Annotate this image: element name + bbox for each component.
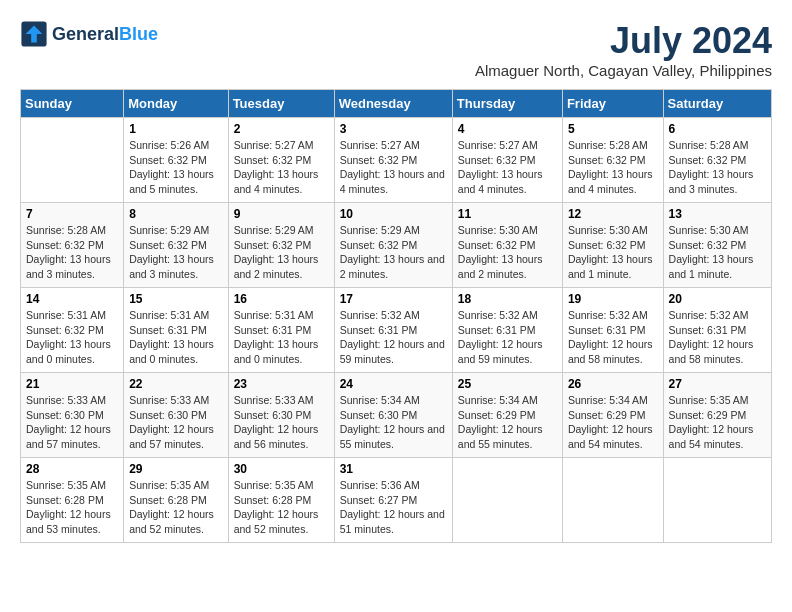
day-number: 3 xyxy=(340,122,447,136)
calendar-cell: 23Sunrise: 5:33 AMSunset: 6:30 PMDayligh… xyxy=(228,373,334,458)
day-detail: Sunrise: 5:35 AMSunset: 6:29 PMDaylight:… xyxy=(669,393,766,452)
calendar-cell xyxy=(452,458,562,543)
weekday-header-thursday: Thursday xyxy=(452,90,562,118)
weekday-header-sunday: Sunday xyxy=(21,90,124,118)
calendar-cell: 22Sunrise: 5:33 AMSunset: 6:30 PMDayligh… xyxy=(124,373,228,458)
day-number: 25 xyxy=(458,377,557,391)
calendar-cell: 5Sunrise: 5:28 AMSunset: 6:32 PMDaylight… xyxy=(562,118,663,203)
day-detail: Sunrise: 5:32 AMSunset: 6:31 PMDaylight:… xyxy=(568,308,658,367)
day-number: 18 xyxy=(458,292,557,306)
calendar-week-row: 1Sunrise: 5:26 AMSunset: 6:32 PMDaylight… xyxy=(21,118,772,203)
title-section: July 2024 Almaguer North, Cagayan Valley… xyxy=(475,20,772,79)
day-detail: Sunrise: 5:34 AMSunset: 6:29 PMDaylight:… xyxy=(458,393,557,452)
day-detail: Sunrise: 5:33 AMSunset: 6:30 PMDaylight:… xyxy=(129,393,222,452)
day-detail: Sunrise: 5:32 AMSunset: 6:31 PMDaylight:… xyxy=(340,308,447,367)
calendar-week-row: 21Sunrise: 5:33 AMSunset: 6:30 PMDayligh… xyxy=(21,373,772,458)
day-detail: Sunrise: 5:31 AMSunset: 6:32 PMDaylight:… xyxy=(26,308,118,367)
day-detail: Sunrise: 5:30 AMSunset: 6:32 PMDaylight:… xyxy=(669,223,766,282)
day-detail: Sunrise: 5:34 AMSunset: 6:30 PMDaylight:… xyxy=(340,393,447,452)
day-detail: Sunrise: 5:31 AMSunset: 6:31 PMDaylight:… xyxy=(129,308,222,367)
day-detail: Sunrise: 5:29 AMSunset: 6:32 PMDaylight:… xyxy=(129,223,222,282)
calendar-cell xyxy=(562,458,663,543)
day-number: 6 xyxy=(669,122,766,136)
calendar-cell: 14Sunrise: 5:31 AMSunset: 6:32 PMDayligh… xyxy=(21,288,124,373)
calendar-cell: 9Sunrise: 5:29 AMSunset: 6:32 PMDaylight… xyxy=(228,203,334,288)
day-number: 19 xyxy=(568,292,658,306)
calendar-cell: 29Sunrise: 5:35 AMSunset: 6:28 PMDayligh… xyxy=(124,458,228,543)
calendar-cell: 19Sunrise: 5:32 AMSunset: 6:31 PMDayligh… xyxy=(562,288,663,373)
calendar-cell: 20Sunrise: 5:32 AMSunset: 6:31 PMDayligh… xyxy=(663,288,771,373)
day-number: 14 xyxy=(26,292,118,306)
day-detail: Sunrise: 5:30 AMSunset: 6:32 PMDaylight:… xyxy=(458,223,557,282)
day-detail: Sunrise: 5:27 AMSunset: 6:32 PMDaylight:… xyxy=(234,138,329,197)
calendar-cell: 28Sunrise: 5:35 AMSunset: 6:28 PMDayligh… xyxy=(21,458,124,543)
day-number: 12 xyxy=(568,207,658,221)
calendar-cell: 8Sunrise: 5:29 AMSunset: 6:32 PMDaylight… xyxy=(124,203,228,288)
calendar-table: SundayMondayTuesdayWednesdayThursdayFrid… xyxy=(20,89,772,543)
day-number: 13 xyxy=(669,207,766,221)
weekday-header-tuesday: Tuesday xyxy=(228,90,334,118)
day-detail: Sunrise: 5:35 AMSunset: 6:28 PMDaylight:… xyxy=(129,478,222,537)
calendar-week-row: 7Sunrise: 5:28 AMSunset: 6:32 PMDaylight… xyxy=(21,203,772,288)
day-number: 11 xyxy=(458,207,557,221)
month-year-title: July 2024 xyxy=(475,20,772,62)
day-number: 24 xyxy=(340,377,447,391)
day-number: 28 xyxy=(26,462,118,476)
calendar-cell: 11Sunrise: 5:30 AMSunset: 6:32 PMDayligh… xyxy=(452,203,562,288)
day-detail: Sunrise: 5:27 AMSunset: 6:32 PMDaylight:… xyxy=(340,138,447,197)
day-detail: Sunrise: 5:29 AMSunset: 6:32 PMDaylight:… xyxy=(340,223,447,282)
day-detail: Sunrise: 5:32 AMSunset: 6:31 PMDaylight:… xyxy=(458,308,557,367)
calendar-cell: 16Sunrise: 5:31 AMSunset: 6:31 PMDayligh… xyxy=(228,288,334,373)
day-number: 4 xyxy=(458,122,557,136)
calendar-cell: 6Sunrise: 5:28 AMSunset: 6:32 PMDaylight… xyxy=(663,118,771,203)
calendar-cell: 10Sunrise: 5:29 AMSunset: 6:32 PMDayligh… xyxy=(334,203,452,288)
calendar-week-row: 28Sunrise: 5:35 AMSunset: 6:28 PMDayligh… xyxy=(21,458,772,543)
calendar-cell: 18Sunrise: 5:32 AMSunset: 6:31 PMDayligh… xyxy=(452,288,562,373)
day-number: 8 xyxy=(129,207,222,221)
weekday-header-wednesday: Wednesday xyxy=(334,90,452,118)
day-number: 2 xyxy=(234,122,329,136)
day-detail: Sunrise: 5:33 AMSunset: 6:30 PMDaylight:… xyxy=(234,393,329,452)
calendar-cell: 26Sunrise: 5:34 AMSunset: 6:29 PMDayligh… xyxy=(562,373,663,458)
day-number: 21 xyxy=(26,377,118,391)
day-detail: Sunrise: 5:30 AMSunset: 6:32 PMDaylight:… xyxy=(568,223,658,282)
calendar-cell: 3Sunrise: 5:27 AMSunset: 6:32 PMDaylight… xyxy=(334,118,452,203)
day-detail: Sunrise: 5:34 AMSunset: 6:29 PMDaylight:… xyxy=(568,393,658,452)
day-number: 9 xyxy=(234,207,329,221)
calendar-cell: 2Sunrise: 5:27 AMSunset: 6:32 PMDaylight… xyxy=(228,118,334,203)
day-number: 20 xyxy=(669,292,766,306)
calendar-cell: 15Sunrise: 5:31 AMSunset: 6:31 PMDayligh… xyxy=(124,288,228,373)
calendar-cell: 31Sunrise: 5:36 AMSunset: 6:27 PMDayligh… xyxy=(334,458,452,543)
day-number: 31 xyxy=(340,462,447,476)
weekday-header-friday: Friday xyxy=(562,90,663,118)
day-number: 26 xyxy=(568,377,658,391)
calendar-cell: 4Sunrise: 5:27 AMSunset: 6:32 PMDaylight… xyxy=(452,118,562,203)
day-number: 1 xyxy=(129,122,222,136)
day-number: 27 xyxy=(669,377,766,391)
day-number: 29 xyxy=(129,462,222,476)
day-number: 15 xyxy=(129,292,222,306)
day-detail: Sunrise: 5:28 AMSunset: 6:32 PMDaylight:… xyxy=(568,138,658,197)
weekday-header-row: SundayMondayTuesdayWednesdayThursdayFrid… xyxy=(21,90,772,118)
calendar-cell xyxy=(21,118,124,203)
day-detail: Sunrise: 5:27 AMSunset: 6:32 PMDaylight:… xyxy=(458,138,557,197)
day-number: 7 xyxy=(26,207,118,221)
day-number: 22 xyxy=(129,377,222,391)
calendar-cell: 21Sunrise: 5:33 AMSunset: 6:30 PMDayligh… xyxy=(21,373,124,458)
calendar-cell: 27Sunrise: 5:35 AMSunset: 6:29 PMDayligh… xyxy=(663,373,771,458)
day-detail: Sunrise: 5:28 AMSunset: 6:32 PMDaylight:… xyxy=(26,223,118,282)
day-number: 5 xyxy=(568,122,658,136)
weekday-header-monday: Monday xyxy=(124,90,228,118)
day-detail: Sunrise: 5:36 AMSunset: 6:27 PMDaylight:… xyxy=(340,478,447,537)
day-detail: Sunrise: 5:31 AMSunset: 6:31 PMDaylight:… xyxy=(234,308,329,367)
calendar-cell: 17Sunrise: 5:32 AMSunset: 6:31 PMDayligh… xyxy=(334,288,452,373)
calendar-week-row: 14Sunrise: 5:31 AMSunset: 6:32 PMDayligh… xyxy=(21,288,772,373)
day-number: 17 xyxy=(340,292,447,306)
location-subtitle: Almaguer North, Cagayan Valley, Philippi… xyxy=(475,62,772,79)
calendar-cell: 7Sunrise: 5:28 AMSunset: 6:32 PMDaylight… xyxy=(21,203,124,288)
header: GeneralBlue July 2024 Almaguer North, Ca… xyxy=(20,20,772,79)
general-blue-logo-icon xyxy=(20,20,48,48)
calendar-cell: 25Sunrise: 5:34 AMSunset: 6:29 PMDayligh… xyxy=(452,373,562,458)
day-detail: Sunrise: 5:35 AMSunset: 6:28 PMDaylight:… xyxy=(26,478,118,537)
logo-text: GeneralBlue xyxy=(52,24,158,45)
